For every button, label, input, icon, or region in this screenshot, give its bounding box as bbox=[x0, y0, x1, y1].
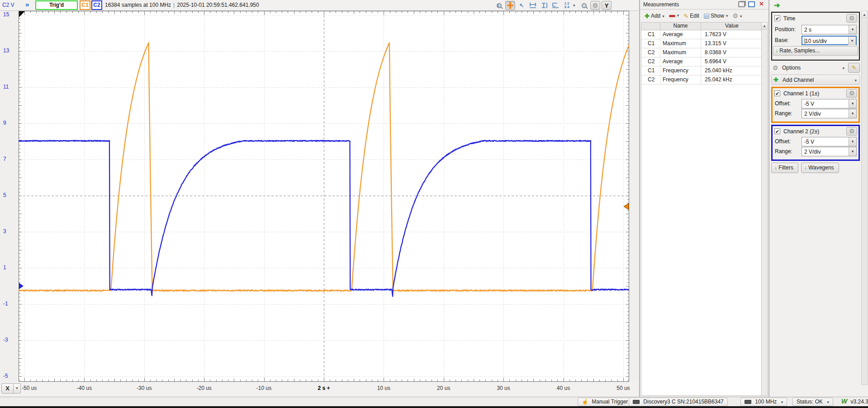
measurement-value: 25.042 kHz bbox=[701, 75, 763, 84]
cursor-numbers-icon[interactable]: 1 23 4 bbox=[562, 1, 572, 10]
channel2-settings-button[interactable]: ⚙ bbox=[846, 127, 857, 136]
settings-dropdown-icon[interactable]: ▾ bbox=[740, 14, 742, 19]
status-dropdown-icon[interactable]: ▾ bbox=[827, 400, 829, 404]
measurement-row[interactable]: C2Frequency25.042 kHz bbox=[641, 75, 763, 84]
panel-scrollbar[interactable]: ▲ bbox=[861, 11, 868, 385]
plot-settings-button[interactable]: ⚙ bbox=[590, 1, 600, 10]
measurement-row[interactable]: C2Average5.6964 V bbox=[641, 57, 763, 66]
pointer-mode-button[interactable] bbox=[505, 1, 515, 10]
maximize-window-icon[interactable] bbox=[748, 1, 755, 7]
channel1-group: ✔ Channel 1 (1±) ⚙ Offset: -5 V ▾ Range:… bbox=[771, 87, 860, 123]
cursor-tool-icon[interactable]: ↖ bbox=[517, 1, 526, 10]
edit-options-button[interactable]: ✎ bbox=[848, 63, 860, 73]
frequency-dropdown-icon[interactable]: ▾ bbox=[781, 400, 783, 404]
measurement-channel: C1 bbox=[641, 30, 660, 39]
vertical-axis-channel-label[interactable]: C2 V bbox=[2, 2, 14, 8]
channel1-checkbox[interactable]: ✔ bbox=[774, 90, 780, 96]
scroll-up-icon[interactable]: ▲ bbox=[762, 23, 767, 29]
device-button[interactable]: Discovery3 C SN:210415BB6347 bbox=[629, 398, 728, 406]
combo-dropdown-icon[interactable]: ▾ bbox=[848, 37, 856, 45]
hand-icon: ☝ bbox=[582, 399, 588, 405]
channel1-badge[interactable]: C1 bbox=[80, 0, 90, 10]
green-down-icon: ↓ bbox=[804, 164, 807, 171]
channel1-range-combobox[interactable]: 2 V/div ▾ bbox=[802, 109, 857, 118]
combo-dropdown-icon[interactable]: ▾ bbox=[849, 99, 856, 108]
remove-measurement-button[interactable]: ▾ bbox=[667, 12, 681, 19]
measurement-row[interactable]: C1Maximum13.315 V bbox=[641, 39, 763, 48]
zoom-options-icon[interactable] bbox=[579, 1, 589, 10]
x-axis-dropdown[interactable]: ▾ bbox=[14, 383, 21, 394]
edit-measurement-button[interactable]: ✎ Edit bbox=[682, 12, 701, 20]
measurements-table: Name Value C1Average1.7623 VC1Maximum13.… bbox=[641, 22, 763, 396]
base-combobox[interactable]: 10 us/div ▾ bbox=[802, 36, 857, 45]
bottom-edge bbox=[0, 406, 868, 408]
add-channel-button[interactable]: ✚ Add Channel ▾ bbox=[771, 75, 860, 85]
channel2-range-combobox[interactable]: 2 V/div ▾ bbox=[802, 147, 857, 156]
add-channel-dropdown-icon[interactable]: ▾ bbox=[854, 78, 857, 83]
y-tick-label: 13 bbox=[3, 47, 9, 54]
channel1-offset-combobox[interactable]: -5 V ▾ bbox=[802, 99, 857, 108]
combo-dropdown-icon[interactable]: ▾ bbox=[849, 147, 856, 156]
channel1-settings-button[interactable]: ⚙ bbox=[846, 89, 857, 98]
measurement-name: Frequency bbox=[660, 75, 701, 84]
trigger-status-badge: Trig'd bbox=[35, 0, 78, 10]
measurement-row[interactable]: C1Frequency25.040 kHz bbox=[641, 66, 763, 75]
time-checkbox[interactable]: ✔ bbox=[774, 15, 780, 21]
zoom-region-icon[interactable]: 1 bbox=[494, 1, 504, 10]
y-cursors-icon[interactable] bbox=[539, 1, 549, 10]
measurement-name: Maximum bbox=[660, 39, 701, 48]
frequency-button[interactable]: 100 MHz ▾ bbox=[740, 398, 787, 406]
x-axis-button[interactable]: X bbox=[1, 383, 14, 394]
edge-cursors-icon[interactable] bbox=[550, 1, 560, 10]
plot-tool-icons: 1 ↖ 1 23 4 ▾ ⚙ Y bbox=[494, 0, 638, 11]
close-window-icon[interactable]: ✕ bbox=[758, 1, 765, 7]
options-row[interactable]: ⚙ Options ▾ ✎ bbox=[771, 63, 860, 73]
add-dropdown-icon[interactable]: ▾ bbox=[662, 14, 664, 19]
measurement-channel: C1 bbox=[641, 66, 660, 75]
show-measurement-button[interactable]: Show ▾ bbox=[702, 12, 730, 20]
float-window-icon[interactable] bbox=[738, 1, 745, 7]
add-measurement-button[interactable]: ✚ Add ▾ bbox=[643, 12, 666, 20]
position-combobox[interactable]: 2 s ▾ bbox=[802, 25, 857, 34]
cursors-dropdown-icon[interactable]: ▾ bbox=[573, 3, 578, 8]
scope-control-panel: ➜ ▲ ✔ Time ⚙ Position: 2 s ▾ Base: 10 us… bbox=[770, 0, 868, 397]
y-tick-label: -5 bbox=[3, 373, 8, 379]
manual-trigger-button[interactable]: ☝ Manual Trigger bbox=[578, 398, 632, 406]
plus-icon: ✚ bbox=[645, 13, 650, 19]
pencil-icon: ✎ bbox=[852, 64, 857, 71]
collapse-panel-icon[interactable]: ➜ bbox=[774, 1, 780, 9]
combo-dropdown-icon[interactable]: ▾ bbox=[849, 25, 856, 34]
options-dropdown-icon[interactable]: ▾ bbox=[842, 66, 844, 70]
channel2-offset-combobox[interactable]: -5 V ▾ bbox=[802, 137, 857, 146]
filters-button[interactable]: ↓ Filters bbox=[771, 163, 798, 173]
status-button[interactable]: Status: OK ▾ bbox=[792, 398, 833, 406]
channel2-header: ✔ Channel 2 (2±) ⚙ bbox=[773, 127, 858, 136]
measurement-name: Average bbox=[660, 57, 701, 66]
show-dropdown-icon[interactable]: ▾ bbox=[726, 14, 728, 19]
measurements-scrollbar[interactable]: ▲ bbox=[761, 22, 768, 396]
green-down-icon: ↓ bbox=[775, 47, 778, 54]
pencil-icon: ✎ bbox=[683, 13, 688, 19]
measurement-row[interactable]: C2Maximum8.0368 V bbox=[641, 48, 763, 57]
capture-timestamp: 2025-10-01 20:59:51.462.641.950 bbox=[177, 2, 259, 8]
time-settings-button[interactable]: ⚙ bbox=[846, 14, 857, 23]
combo-dropdown-icon[interactable]: ▾ bbox=[849, 137, 856, 146]
measurement-channel: C2 bbox=[641, 75, 660, 84]
remove-dropdown-icon[interactable]: ▾ bbox=[677, 13, 679, 19]
measurement-value: 5.6964 V bbox=[701, 57, 763, 66]
combo-dropdown-icon[interactable]: ▾ bbox=[849, 109, 856, 118]
measurement-channel: C2 bbox=[641, 48, 660, 57]
gear-icon: ⚙ bbox=[593, 2, 598, 9]
measurement-settings-button[interactable]: ⚙ ▾ bbox=[730, 11, 744, 20]
measurements-titlebar[interactable]: Measurements ✕ bbox=[640, 0, 768, 9]
x-cursors-icon[interactable] bbox=[528, 1, 538, 10]
wavegens-button[interactable]: ↓ Wavegens bbox=[801, 163, 839, 173]
rate-samples-button[interactable]: ↓ Rate, Samples... bbox=[773, 46, 858, 56]
measurement-row[interactable]: C1Average1.7623 V bbox=[641, 30, 763, 39]
channel2-checkbox[interactable]: ✔ bbox=[774, 128, 780, 134]
channel2-badge[interactable]: C2 bbox=[91, 0, 102, 10]
y-axis-button[interactable]: Y bbox=[602, 1, 612, 10]
scroll-up-icon[interactable]: ▲ bbox=[862, 11, 867, 18]
status-bar: ☝ Manual Trigger Discovery3 C SN:210415B… bbox=[0, 397, 868, 406]
waveform-plot[interactable] bbox=[19, 11, 629, 382]
